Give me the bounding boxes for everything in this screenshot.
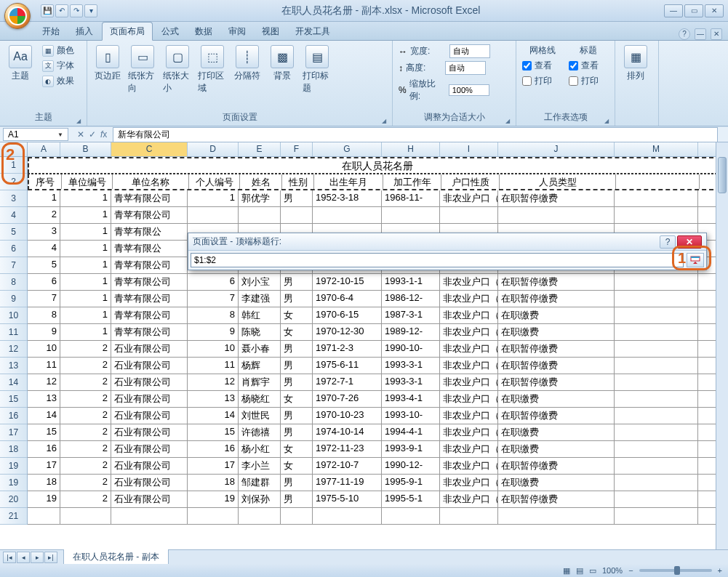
gridlines-view-check[interactable]: 查看 [521,59,564,73]
group-scale-label: 调整为合适大小 [397,110,511,124]
size-button[interactable]: ▢纸张大小 [161,44,193,96]
width-icon: ↔ [399,47,407,57]
name-box[interactable]: A1▼ [3,128,68,141]
orientation-button[interactable]: ▭纸张方向 [127,44,159,96]
scale-input[interactable]: 100% [449,84,489,96]
arrange-button[interactable]: ▦排列 [620,44,652,84]
headings-label: 标题 [567,44,611,57]
save-icon[interactable]: 💾 [41,4,54,17]
help-icon[interactable]: ? [679,28,690,40]
headings-print-check[interactable]: 打印 [567,74,611,88]
quick-access-toolbar: 💾 ↶ ↷ ▾ [41,4,97,17]
zoom-out-button[interactable]: − [628,566,633,575]
formula-bar: A1▼ ✕ ✓ fx 新华有限公司 [0,126,728,142]
scale-icon: % [399,85,407,95]
theme-fonts-button[interactable]: 文字体 [39,59,77,73]
tab-formula[interactable]: 公式 [154,23,186,40]
group-theme-label: 主题 [4,110,82,124]
last-sheet-icon[interactable]: ▸| [44,552,57,563]
zoom-slider[interactable] [639,569,712,572]
tab-start[interactable]: 开始 [35,23,67,40]
view-break-icon[interactable]: ▭ [589,566,596,576]
ribbon-tabs: 开始 插入 页面布局 公式 数据 审阅 视图 开发工具 ? — ✕ [0,22,728,41]
view-normal-icon[interactable]: ▦ [563,566,570,576]
group-sheet-opts-label: 工作表选项 [521,110,610,124]
height-icon: ↕ [399,63,403,73]
dialog-title: 页面设置 - 顶端标题行: [193,235,660,248]
undo-icon[interactable]: ↶ [55,4,68,17]
theme-colors-button[interactable]: ▦颜色 [39,44,77,57]
vertical-scrollbar[interactable] [716,142,728,549]
tab-review[interactable]: 审阅 [221,23,253,40]
accept-fx-icon[interactable]: ✓ [89,129,96,140]
tab-data[interactable]: 数据 [188,23,220,40]
breaks-button[interactable]: ┊分隔符 [231,44,263,84]
office-button[interactable] [4,3,31,29]
sheet-tab-bar: |◂ ◂ ▸ ▸| 在职人员花名册 - 副本 [0,549,728,564]
ribbon: Aa主题 ▦颜色 文字体 ◐效果 主题 ▯页边距 ▭纸张方向 ▢纸张大小 ⬚打印… [0,41,728,126]
print-titles-button[interactable]: ▤打印标题 [301,44,333,96]
tab-page-layout[interactable]: 页面布局 [102,22,153,41]
status-bar: ▦ ▤ ▭ 100% − + [0,564,728,577]
height-select[interactable]: 自动 [445,61,486,75]
next-sheet-icon[interactable]: ▸ [31,552,44,563]
formula-input[interactable]: 新华有限公司 [113,127,718,142]
theme-effects-button[interactable]: ◐效果 [39,74,77,88]
gridlines-label: 网格线 [521,44,564,57]
window-title: 在职人员花名册 - 副本.xlsx - Microsoft Excel [97,4,664,17]
dialog-help-button[interactable]: ? [660,235,676,249]
first-sheet-icon[interactable]: |◂ [3,552,16,563]
maximize-button[interactable]: ▭ [684,4,703,17]
close-button[interactable]: ✕ [705,4,724,17]
themes-button[interactable]: Aa主题 [4,44,36,84]
worksheet[interactable]: ABCDEFGHIJM 1234567891011121314151617181… [0,142,728,549]
page-setup-dialog: 页面设置 - 顶端标题行: ? ✕ [188,233,707,270]
qat-more-icon[interactable]: ▾ [84,4,97,17]
redo-icon[interactable]: ↷ [70,4,83,17]
column-headers[interactable]: ABCDEFGHIJM [28,142,728,157]
row-headers[interactable]: 12345678910111213141516171819192021 [0,157,28,525]
view-layout-icon[interactable]: ▤ [576,566,583,576]
gridlines-print-check[interactable]: 打印 [521,74,564,88]
prev-sheet-icon[interactable]: ◂ [17,552,30,563]
cancel-fx-icon[interactable]: ✕ [77,129,84,140]
annotation-num-2: 2 [6,145,15,164]
title-bar: 💾 ↶ ↷ ▾ 在职人员花名册 - 副本.xlsx - Microsoft Ex… [0,0,728,22]
tab-view[interactable]: 视图 [255,23,287,40]
margins-button[interactable]: ▯页边距 [92,44,124,84]
title-rows-input[interactable] [191,253,684,267]
background-button[interactable]: ▩背景 [266,44,298,84]
doc-close-icon[interactable]: ✕ [711,28,722,40]
zoom-in-button[interactable]: + [718,566,722,575]
annotation-num-1: 1 [678,250,686,267]
zoom-value[interactable]: 100% [602,566,623,575]
tab-insert[interactable]: 插入 [68,23,100,40]
ribbon-minimize-icon[interactable]: — [695,28,706,40]
fx-icon[interactable]: fx [100,129,107,140]
tab-dev[interactable]: 开发工具 [288,23,337,40]
minimize-button[interactable]: — [664,4,683,17]
print-area-button[interactable]: ⬚打印区域 [196,44,228,96]
headings-view-check[interactable]: 查看 [567,59,611,73]
group-page-setup-label: 页面设置 [92,110,388,124]
width-select[interactable]: 自动 [449,44,490,58]
sheet-tab[interactable]: 在职人员花名册 - 副本 [63,549,169,565]
